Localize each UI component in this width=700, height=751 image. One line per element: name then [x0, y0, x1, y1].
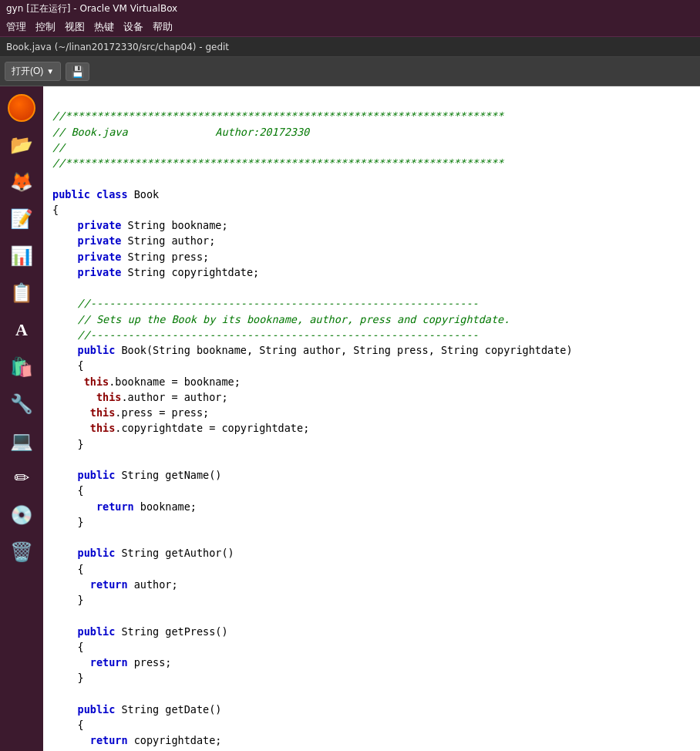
save-button[interactable]: 💾 [66, 62, 89, 81]
code-content: //**************************************… [43, 93, 700, 751]
impress-icon[interactable]: 📋 [5, 276, 39, 310]
title-bar: gyn [正在运行] - Oracle VM VirtualBox [0, 0, 700, 17]
firefox-icon[interactable]: 🦊 [5, 165, 39, 199]
menu-item-help[interactable]: 帮助 [153, 20, 173, 34]
menu-bar: 管理 控制 视图 热键 设备 帮助 [0, 17, 700, 37]
amazon-icon[interactable]: 🛍️ [5, 350, 39, 384]
code-editor[interactable]: //**************************************… [43, 86, 700, 751]
system-tools-icon[interactable]: 🔧 [5, 387, 39, 421]
text-editor-icon[interactable]: ✏️ [5, 461, 39, 495]
tab-label: Book.java (~/linan20172330/src/chap04) -… [6, 42, 229, 52]
font-manager-icon[interactable]: A [5, 313, 39, 347]
disc-icon[interactable]: 💿 [5, 498, 39, 532]
ubuntu-icon[interactable] [5, 91, 39, 125]
menu-item-hotkey[interactable]: 热键 [94, 20, 114, 34]
title-bar-text: gyn [正在运行] - Oracle VM VirtualBox [6, 2, 177, 15]
tab-bar: Book.java (~/linan20172330/src/chap04) -… [0, 37, 700, 57]
sidebar: 📂 🦊 📝 📊 📋 A 🛍️ 🔧 💻 ✏️ 💿 [0, 86, 43, 751]
main-area: 📂 🦊 📝 📊 📋 A 🛍️ 🔧 💻 ✏️ 💿 [0, 86, 700, 751]
menu-item-manage[interactable]: 管理 [6, 20, 26, 34]
menu-item-control[interactable]: 控制 [35, 20, 56, 34]
calc-icon[interactable]: 📊 [5, 239, 39, 273]
open-button[interactable]: 打开(O) ▼ [5, 62, 61, 81]
terminal-icon[interactable]: 💻 [5, 424, 39, 458]
open-label: 打开(O) [12, 65, 43, 78]
toolbar: 打开(O) ▼ 💾 [0, 57, 700, 86]
trash-icon[interactable]: 🗑️ [5, 535, 39, 569]
dropdown-arrow-icon: ▼ [46, 67, 54, 76]
menu-item-device[interactable]: 设备 [123, 20, 143, 34]
menu-item-view[interactable]: 视图 [65, 20, 85, 34]
files-icon[interactable]: 📂 [5, 128, 39, 162]
writer-icon[interactable]: 📝 [5, 202, 39, 236]
save-icon: 💾 [71, 66, 84, 78]
